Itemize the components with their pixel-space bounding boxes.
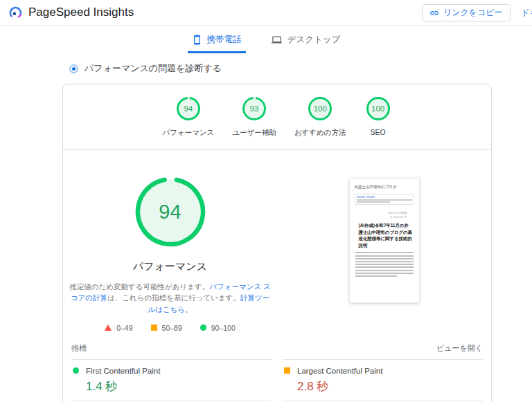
- legend-good-label: 90–100: [211, 324, 236, 332]
- legend-good: 90–100: [200, 324, 236, 332]
- diagnose-bullet-icon: [69, 64, 78, 73]
- score-description: 推定値のため変動する可能性があります。パフォーマンス スコアの計算は、これらの指…: [69, 281, 272, 315]
- tab-mobile-label: 携帯電話: [207, 34, 242, 46]
- accessibility-score: 93: [240, 95, 268, 122]
- legend-poor-label: 0–49: [116, 324, 132, 332]
- seo-label: SEO: [371, 128, 386, 136]
- main-performance-score: 94: [134, 176, 206, 248]
- poor-triangle-icon: [105, 325, 112, 331]
- diagnose-section-title: パフォーマンスの問題を診断する: [85, 62, 222, 75]
- page-screenshot-thumbnail[interactable]: 弁護士山中理司のブログ 2025.11.23更新 ※ 2025.01.25 (A…: [349, 178, 420, 303]
- category-performance[interactable]: 94 パフォーマンス: [162, 95, 214, 138]
- good-circle-icon: [200, 325, 206, 331]
- main-performance-gauge: 94: [134, 176, 206, 248]
- seo-score: 100: [364, 95, 392, 122]
- seo-gauge: 100: [364, 95, 392, 122]
- category-score-summary: 94 パフォーマンス 93 ユーザー補助 100 おすすめの方法 100 SEO: [63, 84, 491, 146]
- diagnose-section-header: パフォーマンスの問題を診断する: [69, 62, 532, 75]
- metric-fcp: First Contentful Paint 1.4 秒: [71, 359, 272, 401]
- best-practices-score: 100: [306, 95, 334, 122]
- pagespeed-logo-icon: [8, 6, 23, 20]
- performance-gauge: 94: [175, 95, 202, 122]
- tab-mobile[interactable]: 携帯電話: [188, 31, 246, 53]
- category-seo[interactable]: 100 SEO: [364, 95, 392, 138]
- fcp-status-icon: [73, 367, 79, 374]
- fcp-name: First Contentful Paint: [86, 367, 160, 375]
- accessibility-gauge: 93: [240, 95, 268, 122]
- docs-link[interactable]: ドキュメン: [522, 7, 532, 19]
- legend-average: 50–89: [151, 324, 182, 332]
- metrics-grid: First Contentful Paint 1.4 秒 Total Block…: [63, 359, 491, 402]
- laptop-icon: [271, 35, 283, 45]
- app-header: PageSpeed Insights リンクをコピー ドキュメン: [0, 0, 532, 26]
- thumbnail-breadcrumb: [355, 194, 414, 205]
- fcp-value: 1.4 秒: [86, 378, 272, 394]
- device-tabs: 携帯電話 デスクトップ: [0, 26, 532, 53]
- app-title: PageSpeed Insights: [28, 6, 134, 19]
- average-square-icon: [151, 325, 157, 331]
- metrics-heading: 指標: [71, 343, 87, 354]
- thumbnail-heading: (AI作成)令和7年11月の弁護士山中理司のブログの高速化態様等に関する技術的説…: [359, 222, 413, 248]
- category-accessibility[interactable]: 93 ユーザー補助: [232, 95, 276, 138]
- thumbnail-site-title: 弁護士山中理司のブログ: [355, 185, 414, 190]
- description-text-1: 推定値のため変動する可能性があります。: [69, 282, 209, 291]
- metric-lcp: Largest Contentful Paint 2.8 秒: [283, 359, 483, 401]
- best-practices-gauge: 100: [306, 95, 334, 122]
- expand-view-button[interactable]: ビューを開く: [436, 343, 483, 354]
- lcp-status-icon: [284, 367, 290, 374]
- description-text-2: は、これらの指標を基に行っています。: [107, 293, 240, 302]
- legend-average-label: 50–89: [162, 324, 182, 332]
- main-performance-label: パフォーマンス: [133, 260, 207, 273]
- tab-desktop-label: デスクトップ: [287, 34, 341, 46]
- accessibility-label: ユーザー補助: [232, 128, 276, 138]
- tab-desktop[interactable]: デスクトップ: [267, 31, 345, 53]
- legend-poor: 0–49: [105, 324, 132, 332]
- smartphone-icon: [192, 35, 202, 45]
- score-legend: 0–49 50–89 90–100: [105, 324, 236, 332]
- best-practices-label: おすすめの方法: [294, 128, 346, 138]
- brand[interactable]: PageSpeed Insights: [8, 6, 134, 20]
- thumbnail-body-lines: [355, 252, 414, 277]
- category-best-practices[interactable]: 100 おすすめの方法: [294, 95, 346, 138]
- copy-link-button[interactable]: リンクをコピー: [422, 4, 511, 21]
- copy-link-label: リンクをコピー: [443, 7, 503, 19]
- link-icon: [429, 8, 439, 18]
- performance-section: 94 パフォーマンス 推定値のため変動する可能性があります。パフォーマンス スコ…: [63, 149, 491, 332]
- lcp-name: Largest Contentful Paint: [297, 367, 382, 375]
- lcp-value: 2.8 秒: [297, 378, 483, 394]
- metrics-header: 指標 ビューを開く: [63, 332, 491, 359]
- performance-score: 94: [175, 95, 202, 122]
- thumbnail-date: 2025.11.23更新 ※ 2025.01.25: [355, 211, 414, 219]
- report-card: 94 パフォーマンス 93 ユーザー補助 100 おすすめの方法 100 SEO: [62, 84, 492, 402]
- performance-label: パフォーマンス: [162, 128, 214, 138]
